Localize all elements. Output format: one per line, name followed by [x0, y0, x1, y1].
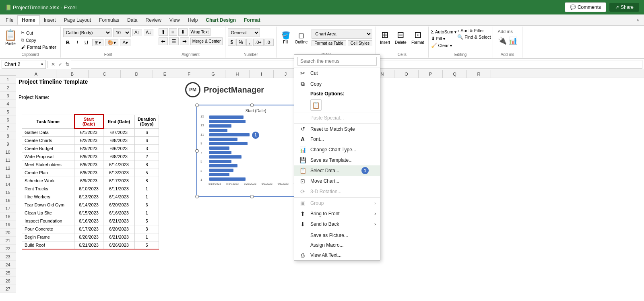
chart-area-select[interactable]: Chart Area: [312, 29, 372, 39]
table-row[interactable]: Build Roof6/21/20236/26/20235: [22, 241, 159, 249]
confirm-icon[interactable]: ✓: [58, 62, 62, 67]
format-button[interactable]: ⊡ Format: [410, 29, 426, 45]
col-header-A[interactable]: A: [16, 70, 56, 78]
table-row[interactable]: Meet Stakeholders6/6/20236/14/20238: [22, 161, 159, 169]
cell-styles-button[interactable]: Cell Styles: [348, 40, 372, 46]
wrap-text-button[interactable]: Wrap Text: [189, 28, 211, 36]
copy-button[interactable]: ⧉ Copy: [19, 37, 58, 43]
tab-file[interactable]: File: [2, 16, 17, 25]
context-group[interactable]: ▣ Group ›: [294, 198, 380, 208]
context-menu-cut[interactable]: ✂ Cut: [294, 68, 380, 78]
underline-button[interactable]: U: [82, 39, 91, 46]
context-3d-rotation[interactable]: ⟳ 3-D Rotation...: [294, 186, 380, 197]
context-save-template[interactable]: 💾 Save as Template...: [294, 155, 380, 165]
percent-button[interactable]: $: [228, 39, 235, 46]
tab-view[interactable]: View: [165, 16, 184, 25]
insert-button[interactable]: ⊞ Insert: [378, 29, 392, 45]
align-left-button[interactable]: ⬅: [159, 37, 168, 45]
table-row[interactable]: Schedule Work6/9/20236/17/20238: [22, 177, 159, 185]
tab-help[interactable]: Help: [184, 16, 202, 25]
bold-button[interactable]: B: [63, 39, 72, 46]
percent-style-button[interactable]: %: [236, 39, 246, 46]
table-row[interactable]: Create Budget6/3/20236/6/20233: [22, 144, 159, 153]
tab-format[interactable]: Format: [240, 16, 264, 25]
paste-option-1[interactable]: 📋: [310, 99, 322, 111]
tab-review[interactable]: Review: [141, 16, 165, 25]
comments-button[interactable]: 💬 Comments: [565, 2, 606, 12]
cut-button[interactable]: ✂ Cut: [19, 30, 58, 36]
col-header-O[interactable]: O: [394, 70, 419, 78]
context-assign-macro[interactable]: Assign Macro...: [294, 240, 380, 250]
col-header-D[interactable]: D: [121, 70, 153, 78]
decrease-font-button[interactable]: A↓: [144, 29, 153, 36]
context-search-input[interactable]: [297, 57, 377, 66]
align-middle-button[interactable]: ≡: [169, 28, 177, 36]
table-row[interactable]: Begin Frame6/20/20236/21/20231: [22, 233, 159, 241]
tab-chart-design[interactable]: Chart Design: [202, 16, 240, 25]
format-as-table-button[interactable]: Format as Table: [312, 40, 346, 46]
outline-button[interactable]: ◻ Outline: [293, 30, 310, 45]
table-row[interactable]: Create Plan6/8/20236/13/20235: [22, 169, 159, 177]
context-send-back[interactable]: ⬇ Send to Back ›: [294, 219, 380, 229]
font-color-button[interactable]: A▾: [120, 39, 130, 46]
context-menu-copy[interactable]: ⧉ Copy: [294, 78, 380, 89]
collapse-ribbon-button[interactable]: ∧: [633, 18, 642, 22]
align-top-button[interactable]: ⬆: [159, 28, 168, 36]
table-row[interactable]: Inspect Foundation6/16/20236/21/20235: [22, 217, 159, 225]
align-right-button[interactable]: ➡: [180, 37, 189, 45]
col-header-F[interactable]: F: [177, 70, 201, 78]
decrease-decimal-button[interactable]: .0-: [264, 39, 274, 46]
context-change-chart-type[interactable]: 📊 Change Chart Type...: [294, 144, 380, 155]
col-header-C[interactable]: C: [89, 70, 121, 78]
tab-home[interactable]: Home: [17, 15, 39, 25]
col-header-B[interactable]: B: [56, 70, 89, 78]
table-row[interactable]: Gather Data6/1/20236/7/20236: [22, 128, 159, 136]
context-view-alt-text[interactable]: ⎙ View Alt Text...: [294, 250, 380, 260]
cancel-icon[interactable]: ✕: [51, 62, 55, 67]
context-select-data[interactable]: 📋 Select Data... 1: [294, 165, 380, 176]
font-family-select[interactable]: Calibri (Body): [63, 28, 111, 37]
cell-A1[interactable]: Project Timeline Template: [16, 78, 145, 86]
col-header-H[interactable]: H: [225, 70, 250, 78]
name-box[interactable]: Chart 2 ▾: [2, 60, 46, 69]
context-reset-style[interactable]: ↺ Reset to Match Style: [294, 124, 380, 134]
context-bring-front[interactable]: ⬆ Bring to Front ›: [294, 208, 380, 219]
tab-data[interactable]: Data: [123, 16, 141, 25]
tab-insert[interactable]: Insert: [40, 16, 60, 25]
table-row[interactable]: Hire Workers6/13/20236/14/20231: [22, 193, 159, 201]
col-header-E[interactable]: E: [153, 70, 177, 78]
align-bottom-button[interactable]: ⬇: [178, 28, 188, 36]
number-format-select[interactable]: General: [228, 28, 260, 37]
tab-page-layout[interactable]: Page Layout: [60, 16, 95, 25]
increase-decimal-button[interactable]: .0+: [253, 39, 264, 46]
font-size-select[interactable]: 10: [113, 28, 131, 37]
fill-button[interactable]: 🪣 Fill: [280, 30, 292, 45]
context-save-picture[interactable]: Save as Picture...: [294, 231, 380, 240]
context-paste-special[interactable]: Paste Special...: [294, 113, 380, 123]
format-painter-button[interactable]: 🖌 Format Painter: [19, 44, 58, 50]
col-header-P[interactable]: P: [419, 70, 443, 78]
delete-button[interactable]: ⊟ Delete: [393, 29, 408, 45]
function-icon[interactable]: fx: [66, 62, 69, 67]
italic-button[interactable]: I: [74, 39, 80, 46]
fill-color-button[interactable]: 🎨▾: [105, 39, 118, 46]
comma-button[interactable]: ,: [246, 39, 252, 46]
context-font[interactable]: A Font...: [294, 134, 380, 144]
share-button[interactable]: ↗ Share: [609, 3, 639, 12]
cell-A3[interactable]: Project Name:: [16, 94, 97, 102]
context-move-chart[interactable]: ⊡ Move Chart...: [294, 176, 380, 186]
align-center-button[interactable]: ☰: [169, 37, 179, 45]
col-header-I[interactable]: I: [250, 70, 274, 78]
col-header-Q[interactable]: Q: [443, 70, 467, 78]
borders-button[interactable]: ⊞▾: [92, 39, 103, 46]
increase-font-button[interactable]: A↑: [132, 29, 142, 36]
paste-button[interactable]: 📋 Paste: [2, 28, 19, 47]
table-row[interactable]: Rent Trucks6/10/20236/11/20231: [22, 185, 159, 193]
table-row[interactable]: Pour Concrete6/17/20236/20/20233: [22, 225, 159, 233]
tab-formulas[interactable]: Formulas: [95, 16, 123, 25]
chart-container[interactable]: Start (Date) 15131197531: [196, 105, 307, 197]
table-row[interactable]: Write Proposal6/6/20236/8/20232: [22, 153, 159, 161]
table-row[interactable]: Tear Down Old Gym6/14/20236/20/20236: [22, 201, 159, 209]
table-row[interactable]: Clean Up Site6/15/20236/16/20231: [22, 209, 159, 217]
merge-center-button[interactable]: Merge & Center: [190, 37, 223, 45]
